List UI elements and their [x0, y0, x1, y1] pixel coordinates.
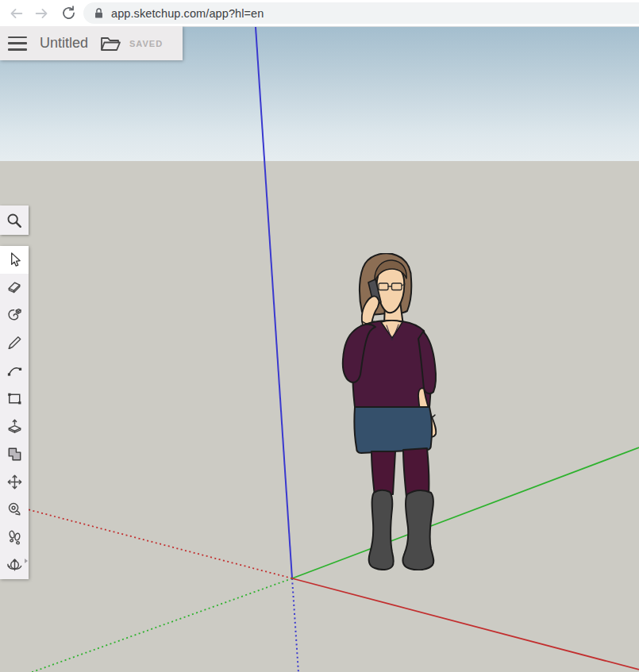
- hamburger-bar: [8, 48, 27, 51]
- tool-rectangle[interactable]: [0, 385, 29, 413]
- axis-green-dotted: [30, 578, 292, 672]
- back-arrow-icon: [7, 5, 25, 22]
- viewport-canvas[interactable]: [0, 26, 639, 672]
- browser-forward-button[interactable]: [32, 3, 52, 24]
- axis-blue-solid: [256, 27, 292, 578]
- right-boot: [402, 490, 433, 570]
- tool-offset[interactable]: [0, 440, 29, 468]
- lock-icon: [94, 7, 104, 19]
- forward-arrow-icon: [33, 5, 51, 22]
- hamburger-bar: [8, 36, 27, 39]
- open-file-button[interactable]: [99, 34, 121, 53]
- tool-tape-measure[interactable]: [0, 496, 29, 524]
- walk-footprints-icon: [6, 528, 24, 547]
- address-bar[interactable]: app.sketchup.com/app?hl=en: [83, 2, 639, 24]
- axis-red-solid: [292, 578, 639, 670]
- tool-orbit[interactable]: [0, 551, 29, 579]
- orbit-icon: [6, 556, 24, 574]
- person-model[interactable]: [341, 253, 446, 570]
- rectangle-icon: [6, 390, 24, 408]
- left-leg: [371, 451, 395, 496]
- tape-measure-icon: [6, 501, 24, 519]
- tool-search-button[interactable]: [0, 205, 29, 235]
- move-icon: [6, 473, 24, 491]
- tool-arc[interactable]: [0, 357, 29, 385]
- tool-line[interactable]: [0, 329, 29, 357]
- skirt: [354, 407, 432, 453]
- paint-bucket-icon: [6, 306, 24, 324]
- pencil-icon: [6, 334, 24, 352]
- reload-icon: [60, 5, 77, 21]
- tool-move[interactable]: [0, 468, 29, 496]
- folder-icon: [100, 35, 121, 52]
- browser-reload-button[interactable]: [58, 3, 79, 24]
- axis-red-dotted: [0, 502, 292, 578]
- browser-back-button[interactable]: [6, 3, 26, 24]
- select-cursor-icon: [6, 251, 24, 269]
- eraser-icon: [6, 278, 24, 297]
- search-icon: [6, 212, 23, 229]
- tool-eraser[interactable]: [0, 274, 29, 301]
- browser-toolbar: app.sketchup.com/app?hl=en: [0, 0, 639, 26]
- offset-shapes-icon: [6, 445, 24, 463]
- save-status-badge: SAVED: [129, 39, 163, 48]
- tool-walk[interactable]: [0, 524, 29, 551]
- hamburger-menu-button[interactable]: [8, 36, 27, 51]
- axis-blue-dotted: [292, 578, 298, 672]
- arc-icon: [6, 362, 24, 380]
- hamburger-bar: [8, 42, 27, 44]
- drawing-axes: [0, 27, 639, 672]
- document-title[interactable]: Untitled: [40, 35, 88, 52]
- tool-select[interactable]: [0, 246, 29, 274]
- pushpull-icon: [6, 417, 24, 436]
- tool-pushpull[interactable]: [0, 413, 29, 440]
- url-text: app.sketchup.com/app?hl=en: [111, 7, 264, 20]
- tool-paint[interactable]: [0, 301, 29, 329]
- app-header: Untitled SAVED: [0, 26, 183, 60]
- left-boot: [369, 490, 394, 570]
- tool-palette: [0, 246, 29, 579]
